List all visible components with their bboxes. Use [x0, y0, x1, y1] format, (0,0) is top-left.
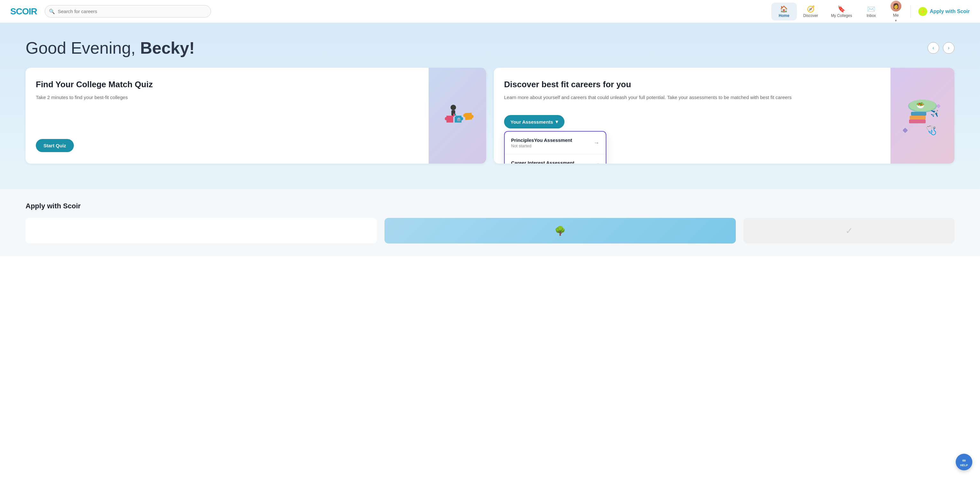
college-match-illustration: 🏛️	[429, 68, 486, 164]
apply-card-1	[25, 218, 377, 243]
nav-me[interactable]: 👩 Me ▼	[884, 0, 908, 25]
apply-card-3: ✓	[743, 218, 955, 243]
search-input[interactable]	[45, 5, 211, 17]
cards-row: Find Your College Match Quiz Take 2 minu…	[25, 68, 955, 164]
logo[interactable]: SCOIR	[10, 6, 37, 17]
careers-illustration: 🥗 🩺 ✈️	[891, 68, 955, 164]
svg-rect-7	[911, 112, 926, 116]
inbox-label: Inbox	[867, 13, 876, 18]
careers-title: Discover best fit careers for you	[504, 79, 880, 90]
search-icon: 🔍	[49, 9, 55, 14]
chevron-down-icon: ▼	[894, 19, 897, 22]
carousel-next-button[interactable]: ›	[943, 42, 955, 54]
bolt-icon: ⚡	[918, 7, 927, 16]
home-icon: 🏠	[780, 5, 788, 13]
apply-card-2: 🌳	[385, 218, 736, 243]
assessments-dropdown: Your Assessments ▾ PrinciplesYou Assessm…	[504, 115, 880, 129]
discover-icon: 🧭	[807, 5, 815, 13]
college-match-card: Find Your College Match Quiz Take 2 minu…	[25, 68, 486, 164]
me-label: Me	[893, 13, 899, 17]
nav-discover[interactable]: 🧭 Discover	[797, 3, 825, 21]
nav-divider	[910, 5, 911, 18]
apply-section: Apply with Scoir 🌳 ✓	[0, 189, 980, 256]
retake-icon: ↺	[595, 162, 599, 164]
nav-my-colleges[interactable]: 🔖 My Colleges	[825, 3, 859, 21]
svg-rect-11	[903, 128, 908, 133]
careers-card-content: Discover best fit careers for you Learn …	[494, 68, 891, 164]
start-quiz-button[interactable]: Start Quiz	[36, 139, 74, 152]
college-match-card-content: Find Your College Match Quiz Take 2 minu…	[25, 68, 429, 164]
college-match-desc: Take 2 minutes to find your best-fit col…	[36, 94, 418, 101]
careers-desc: Learn more about yourself and careers th…	[504, 94, 880, 101]
nav-inbox[interactable]: ✉️ Inbox	[859, 3, 884, 21]
navbar: SCOIR 🔍 🏠 Home 🧭 Discover 🔖 My Colleges …	[0, 0, 980, 23]
my-colleges-label: My Colleges	[831, 13, 852, 18]
svg-rect-8	[909, 119, 926, 123]
home-label: Home	[779, 13, 789, 18]
svg-text:🩺: 🩺	[926, 125, 937, 135]
apply-btn-label: Apply with Scoir	[930, 9, 970, 14]
svg-text:🥗: 🥗	[916, 101, 925, 110]
svg-point-0	[451, 105, 456, 110]
carousel-arrows: ‹ ›	[928, 42, 955, 54]
career-interest-item[interactable]: Career Interest Assessment Completed! Re…	[505, 154, 606, 164]
apply-with-scoir-button[interactable]: ⚡ Apply with Scoir	[918, 7, 970, 16]
svg-rect-6	[910, 116, 926, 119]
chevron-down-icon: ▾	[555, 119, 558, 125]
svg-text:🏛️: 🏛️	[457, 117, 461, 121]
svg-rect-12	[936, 104, 941, 108]
nav-links: 🏠 Home 🧭 Discover 🔖 My Colleges ✉️ Inbox…	[771, 0, 970, 25]
apply-section-title: Apply with Scoir	[25, 202, 955, 210]
apply-cards-row: 🌳 ✓	[25, 218, 955, 243]
tree-icon: 🌳	[555, 226, 566, 236]
avatar: 👩	[891, 1, 901, 11]
careers-card: Discover best fit careers for you Learn …	[494, 68, 955, 164]
college-match-title: Find Your College Match Quiz	[36, 79, 418, 90]
hero-section: ‹ › Good Evening, Becky! Find Your Colle…	[0, 23, 980, 189]
puzzle-icon: 🏛️	[438, 101, 477, 130]
discover-label: Discover	[803, 13, 818, 18]
search-bar: 🔍	[45, 5, 211, 17]
carousel-prev-button[interactable]: ‹	[928, 42, 939, 54]
assessments-dropdown-menu: PrinciplesYou Assessment Not started → C…	[504, 131, 606, 164]
check-icon: ✓	[845, 226, 853, 236]
bookmark-icon: 🔖	[837, 5, 845, 13]
greeting-text: Good Evening, Becky!	[25, 38, 955, 57]
principles-you-item[interactable]: PrinciplesYou Assessment Not started →	[505, 132, 606, 154]
svg-text:✈️: ✈️	[931, 110, 939, 117]
nav-home[interactable]: 🏠 Home	[771, 3, 797, 21]
inbox-icon: ✉️	[867, 5, 875, 13]
careers-svg-icon: 🥗 🩺 ✈️	[897, 87, 948, 145]
assessments-button[interactable]: Your Assessments ▾	[504, 115, 565, 129]
arrow-right-icon: →	[593, 140, 599, 146]
